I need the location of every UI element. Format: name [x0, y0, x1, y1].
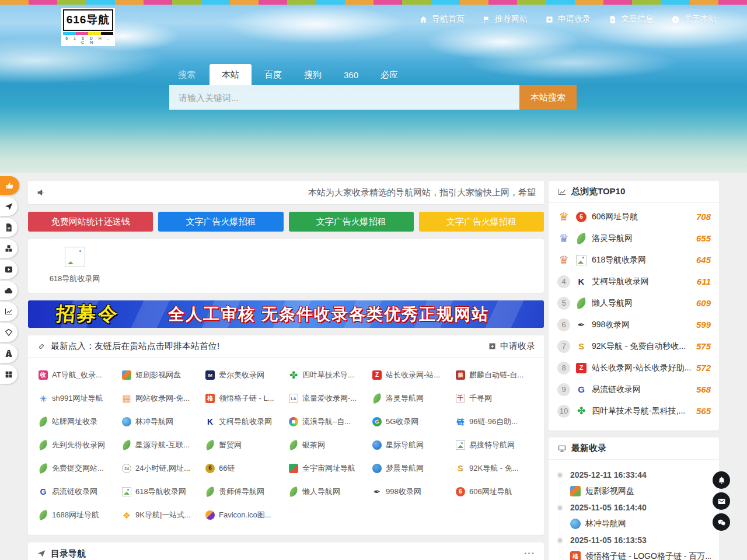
- float-bell-icon[interactable]: [713, 471, 730, 489]
- ad-button[interactable]: 文字广告火爆招租: [289, 212, 414, 232]
- site-link[interactable]: Z站长收录网-站...: [372, 363, 456, 387]
- timeline-dot: [557, 537, 563, 544]
- added-site-link[interactable]: 格领悟格子链 - LOGO格子链 - 百万...: [570, 548, 711, 560]
- site-link[interactable]: Favicon.ico图...: [205, 503, 289, 527]
- added-site-link[interactable]: 林冲导航网: [570, 516, 711, 532]
- float-wechat-icon[interactable]: [713, 513, 730, 531]
- search-input[interactable]: [169, 85, 519, 110]
- article-icon: [608, 15, 617, 24]
- rail-button-youtube[interactable]: [0, 260, 18, 279]
- site-link[interactable]: G5G收录网: [372, 410, 456, 433]
- rail-button-diamond[interactable]: [0, 323, 18, 342]
- rail-button-chart-line[interactable]: [0, 302, 18, 321]
- nav-item[interactable]: 导航首页: [419, 14, 465, 24]
- site-link[interactable]: ✤四叶草技术导...: [289, 363, 372, 387]
- site-link[interactable]: 666链: [205, 457, 289, 480]
- site-link[interactable]: 银茶网: [289, 433, 372, 457]
- site-favicon: K: [205, 417, 215, 426]
- site-link[interactable]: ❖9K导航|一站式...: [122, 503, 205, 527]
- site-link[interactable]: S92K导航 - 免...: [456, 457, 539, 480]
- rail-button-paper-plane[interactable]: [0, 197, 18, 216]
- top-navigation: 导航首页推荐网站申请收录文章信息关于本站: [419, 14, 717, 24]
- site-link[interactable]: 林冲导航网: [122, 410, 205, 433]
- site-link[interactable]: 星际导航网: [372, 433, 456, 457]
- search-button[interactable]: 本站搜索: [519, 85, 577, 110]
- search-tab[interactable]: 百度: [255, 64, 291, 85]
- top10-row[interactable]: ♛6606网址导航708: [557, 206, 711, 228]
- site-link[interactable]: LA流量爱收录网-...: [289, 387, 372, 410]
- site-link[interactable]: 2424小时链,网址...: [122, 457, 205, 480]
- rail-button-cubes[interactable]: [0, 239, 18, 258]
- top10-row[interactable]: 4K艾柯导航收录网611: [557, 271, 711, 292]
- search-tab[interactable]: 搜狗: [295, 64, 331, 85]
- site-link[interactable]: 千千寻网: [456, 387, 539, 410]
- site-link[interactable]: 梦晨导航网: [372, 457, 456, 480]
- site-link[interactable]: 星源导航-互联...: [122, 433, 205, 457]
- nav-item[interactable]: 文章信息: [608, 14, 654, 24]
- strip-segment: [201, 0, 230, 5]
- site-link[interactable]: ✳sh991网址导航: [39, 387, 122, 410]
- ad-button[interactable]: 免费网站统计还送钱: [28, 212, 153, 232]
- rank-number: 6: [557, 318, 570, 331]
- site-link[interactable]: 收AT导航_收录...: [39, 363, 122, 387]
- site-link[interactable]: 免费提交网站...: [39, 457, 122, 480]
- site-favicon: [289, 487, 299, 497]
- site-link[interactable]: 1688网址导航: [39, 503, 122, 527]
- recruit-banner[interactable]: 招募令 全人工审核 无条件收录各类优秀正规网站: [28, 300, 544, 328]
- site-link[interactable]: 先到先得收录网: [39, 433, 122, 457]
- site-link[interactable]: 短剧影视网盘: [122, 363, 205, 387]
- rail-button-thumb-up[interactable]: [0, 176, 19, 195]
- rail-button-road[interactable]: [0, 344, 18, 363]
- site-link[interactable]: 洛灵导航网: [372, 387, 456, 410]
- top10-row[interactable]: 6✒998收录网599: [557, 314, 711, 335]
- top10-row[interactable]: 8Z站长收录网-站长收录好助...572: [557, 357, 711, 379]
- site-link[interactable]: ✒998收录网: [372, 480, 456, 503]
- site-link[interactable]: 6606网址导航: [456, 480, 539, 503]
- site-link[interactable]: ▦网站收录网-免...: [122, 387, 205, 410]
- top10-row[interactable]: 5懒人导航网609: [557, 292, 711, 314]
- search-tab[interactable]: 必应: [371, 64, 407, 85]
- ad-button[interactable]: 文字广告火爆招租: [158, 212, 283, 232]
- rail-button-cloud[interactable]: [0, 281, 18, 300]
- site-link[interactable]: 麟麒麟自动链-自...: [456, 363, 539, 387]
- search-bar: 本站搜索: [169, 85, 577, 110]
- latest-added-title: 最新收录: [571, 443, 606, 454]
- nav-item[interactable]: 申请收录: [545, 14, 591, 24]
- rail-button-document[interactable]: [0, 218, 18, 237]
- site-link[interactable]: 618导航收录网: [122, 480, 205, 503]
- site-link[interactable]: 全宇宙网址导航: [289, 457, 372, 480]
- site-link[interactable]: 链96链-96自助...: [456, 410, 539, 433]
- search-tab[interactable]: 本站: [210, 64, 252, 85]
- site-link[interactable]: 懒人导航网: [289, 480, 372, 503]
- latest-clicks-title: 最新点入：友链后在贵站点击即排本站首位!: [51, 341, 219, 352]
- more-button[interactable]: ···: [524, 548, 535, 559]
- site-link[interactable]: 格领悟格子链 - L...: [205, 387, 289, 410]
- top10-row[interactable]: 7S92K导航 - 免费自动秒收...575: [557, 335, 711, 357]
- nav-item[interactable]: 推荐网站: [482, 14, 528, 24]
- apply-inclusion-link[interactable]: 申请收录: [488, 341, 535, 352]
- strip-segment: [345, 0, 374, 5]
- site-favicon: S: [576, 341, 587, 352]
- site-link[interactable]: 易搜特导航网: [456, 433, 539, 457]
- float-mail-icon[interactable]: [713, 492, 730, 510]
- site-link[interactable]: G易流链收录网: [39, 480, 122, 503]
- top10-row[interactable]: 9G易流链收录网568: [557, 379, 711, 400]
- rail-button-grid[interactable]: [0, 365, 18, 384]
- site-link[interactable]: K艾柯导航收录网: [205, 410, 289, 433]
- search-tab[interactable]: 360: [334, 64, 368, 85]
- site-link[interactable]: 流浪导航–自...: [289, 410, 372, 433]
- featured-site-link[interactable]: 618导航收录网: [47, 247, 103, 284]
- site-logo[interactable]: 616导航 6 1 6 D H . C N: [61, 8, 115, 46]
- site-link[interactable]: 蟹贸网: [205, 433, 289, 457]
- crown-rank-icon: ♛: [558, 254, 568, 265]
- site-link[interactable]: 站牌网址收录: [39, 410, 122, 433]
- site-link[interactable]: IM爱尔美收录网: [205, 363, 289, 387]
- banner-badge: 招募令: [55, 301, 120, 327]
- top10-row[interactable]: ♛618导航收录网645: [557, 249, 711, 271]
- added-site-link[interactable]: 短剧影视网盘: [570, 483, 711, 499]
- top10-row[interactable]: 10✤四叶草技术导航-黑科技,...565: [557, 400, 711, 422]
- ad-button[interactable]: 文字广告火爆招租: [419, 212, 544, 232]
- top10-row[interactable]: ♛洛灵导航网655: [557, 228, 711, 249]
- site-link[interactable]: 贵师傅导航网: [205, 480, 289, 503]
- nav-item[interactable]: 关于本站: [671, 14, 717, 24]
